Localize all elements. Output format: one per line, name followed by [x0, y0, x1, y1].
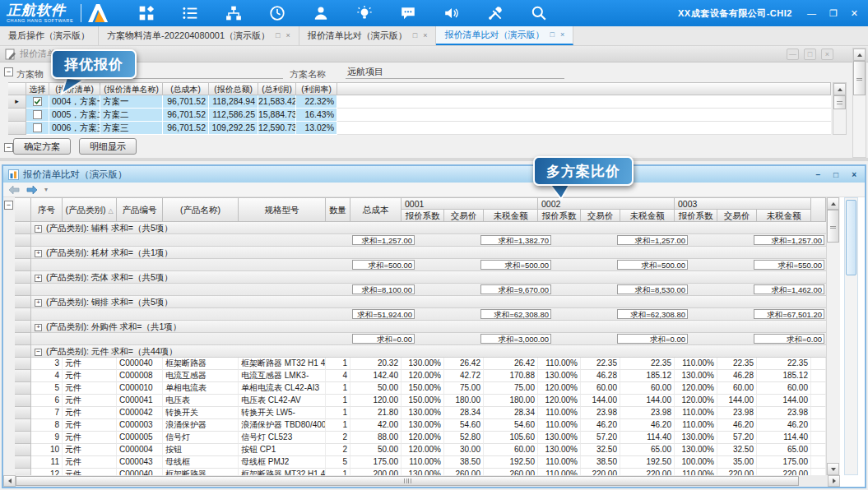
category-row[interactable]: −(产品类别): 元件 求和=（共44项）: [15, 345, 826, 358]
expander-icon[interactable]: +: [35, 275, 42, 282]
column-header: 未税金额: [620, 210, 675, 222]
tab-close-icon[interactable]: ×: [423, 32, 427, 39]
data-cell: 57.20: [717, 432, 757, 444]
list-icon[interactable]: [182, 5, 198, 21]
action-button-2[interactable]: 明细显示: [79, 138, 137, 155]
category-row[interactable]: +(产品类别): 铜排 求和=（共5项）: [15, 296, 826, 308]
panel-maximize-button[interactable]: □: [833, 170, 838, 179]
category-row[interactable]: +(产品类别): 耗材 求和=（共1项）: [15, 247, 826, 259]
scroll-right-button[interactable]: [828, 475, 840, 487]
scroll-up-button[interactable]: [827, 197, 839, 210]
panel-vertical-scrollbar[interactable]: [852, 48, 866, 158]
apps-icon[interactable]: [138, 5, 155, 21]
tab-3[interactable]: 报价清单比对（演示版）□×: [299, 26, 437, 45]
panel-close-button[interactable]: ×: [821, 49, 833, 60]
panel-vertical-scrollbar[interactable]: [844, 197, 858, 475]
dropdown-caret-icon[interactable]: ▾: [44, 186, 48, 193]
row-indicator: ▸: [8, 95, 26, 109]
back-arrow-icon[interactable]: [8, 185, 20, 195]
detail-row[interactable]: 11元件C000043母线框母线框 PMJ25175.00110.00%38.5…: [15, 456, 826, 469]
tab-1[interactable]: 最后操作（演示版）: [0, 26, 99, 45]
detail-row[interactable]: 10元件C000004按钮按钮 CP1250.00120.00%30.0060.…: [15, 444, 826, 456]
chat-icon[interactable]: [400, 5, 416, 21]
forward-arrow-icon[interactable]: [26, 185, 38, 195]
panel-minimize-button[interactable]: —: [787, 49, 799, 60]
scroll-left-button[interactable]: [3, 475, 16, 487]
data-cell: 26.42: [444, 358, 484, 370]
detail-row[interactable]: 7元件C000042转换开关转换开关 LW5-121.80130.00%28.3…: [15, 407, 826, 419]
expander-icon[interactable]: −: [35, 349, 42, 356]
action-button-1[interactable]: 确定方案: [13, 138, 71, 155]
expander-icon[interactable]: +: [35, 225, 42, 233]
minimize-button[interactable]: —: [807, 9, 816, 18]
column-header-label: 产品编号: [123, 205, 157, 215]
row-indicator: [15, 370, 31, 382]
detail-row[interactable]: 12元件C000040框架断路器框架断路器 MT32 H1 4P N1200.0…: [15, 469, 826, 475]
category-row[interactable]: +(产品类别): 外购件 求和=（共1项）: [15, 321, 826, 333]
org-chart-icon[interactable]: [225, 5, 242, 21]
checkbox[interactable]: [33, 97, 42, 106]
panel-minimize-button[interactable]: –: [816, 170, 821, 179]
category-label-cell: +(产品类别): 耗材 求和=（共1项）: [31, 247, 826, 259]
detail-row[interactable]: 4元件C000008电流互感器电流互感器 LMK3-4142.40120.00%…: [15, 370, 826, 382]
collapse-icon[interactable]: −: [4, 67, 13, 76]
compare-table-horizontal-scrollbar[interactable]: [3, 475, 840, 487]
close-button[interactable]: ✕: [851, 9, 858, 18]
plan-table-row[interactable]: 0006，方案三方案三96,701.52109,292.2512,590.731…: [8, 122, 831, 135]
detail-row[interactable]: 5元件C000010单相电流表单相电流表 CL42-AI3150.00150.0…: [15, 382, 826, 395]
data-cell: 120.00%: [675, 382, 717, 395]
scrollbar-thumb[interactable]: [833, 95, 846, 109]
tab-4[interactable]: 报价清单比对（演示版）□×: [436, 26, 573, 45]
compare-table-vertical-scrollbar[interactable]: [826, 197, 840, 475]
plan-table-vertical-scrollbar[interactable]: [833, 82, 847, 135]
user-icon[interactable]: [313, 5, 329, 21]
category-row[interactable]: +(产品类别): 辅料 求和=（共5项）: [15, 222, 826, 234]
scrollbar-thumb[interactable]: [827, 210, 839, 243]
tab-float-icon[interactable]: □: [276, 32, 280, 39]
speaker-icon[interactable]: [443, 5, 460, 21]
tab-close-icon[interactable]: ×: [560, 31, 564, 39]
collapse-icon[interactable]: −: [4, 143, 13, 152]
bulb-icon[interactable]: [356, 5, 373, 21]
checkbox[interactable]: [33, 110, 42, 119]
checkbox[interactable]: [33, 123, 42, 132]
expander-icon[interactable]: +: [35, 299, 42, 307]
column-header: 规格型号: [239, 197, 326, 222]
plan-name-field[interactable]: 远航项目: [346, 66, 564, 79]
detail-row[interactable]: 3元件C000040框架断路器框架断路器 MT32 H1 4P F120.321…: [15, 358, 826, 370]
tab-close-icon[interactable]: ×: [286, 32, 290, 39]
scroll-up-button[interactable]: [853, 49, 866, 61]
scroll-down-button[interactable]: [827, 463, 839, 475]
detail-row[interactable]: 8元件C000003浪涌保护器浪涌保护器 TBD80/400142.00130.…: [15, 419, 826, 432]
category-row[interactable]: +(产品类别): 壳体 求和=（共5项）: [15, 271, 826, 284]
data-cell: 220.00: [581, 469, 620, 475]
tab-2[interactable]: 方案物料清单-202204080001（演示版）□×: [99, 26, 299, 45]
tools-icon[interactable]: [487, 5, 504, 21]
column-header: (报价总额): [209, 82, 258, 95]
data-cell: 元件: [63, 382, 117, 395]
row-filler: [811, 469, 826, 475]
scrollbar-thumb[interactable]: [853, 61, 866, 95]
data-cell: 5: [31, 382, 63, 395]
collapse-icon[interactable]: −: [4, 201, 13, 210]
tab-float-icon[interactable]: □: [550, 31, 554, 39]
search-icon[interactable]: [531, 5, 547, 21]
data-cell: 120.00%: [538, 395, 581, 407]
expander-icon[interactable]: +: [35, 324, 42, 331]
data-cell: C000008: [117, 370, 163, 382]
scroll-up-button[interactable]: [833, 83, 846, 95]
data-cell: 50.00: [350, 382, 402, 395]
tab-float-icon[interactable]: □: [413, 32, 417, 39]
clock-icon[interactable]: [269, 5, 285, 21]
panel-maximize-button[interactable]: □: [804, 49, 816, 60]
detail-row[interactable]: 9元件C000005信号灯信号灯 CL523288.00120.00%52.80…: [15, 432, 826, 444]
panel-close-button[interactable]: ×: [852, 170, 856, 179]
detail-row[interactable]: 6元件C000041电压表电压表 CL42-AV1120.00150.00%18…: [15, 395, 826, 407]
maximize-button[interactable]: ❐: [829, 9, 838, 18]
scrollbar-thumb[interactable]: [16, 476, 799, 486]
scrollbar-thumb[interactable]: [846, 200, 856, 275]
plan-table-row[interactable]: 0005，方案二方案二96,701.52112,586.2515,884.731…: [8, 109, 831, 122]
expander-icon[interactable]: +: [35, 250, 42, 257]
data-cell: 60.00: [484, 444, 538, 456]
plan-table-row[interactable]: ▸0004，方案一方案一96,701.52118,284.9421,583.42…: [8, 95, 831, 109]
